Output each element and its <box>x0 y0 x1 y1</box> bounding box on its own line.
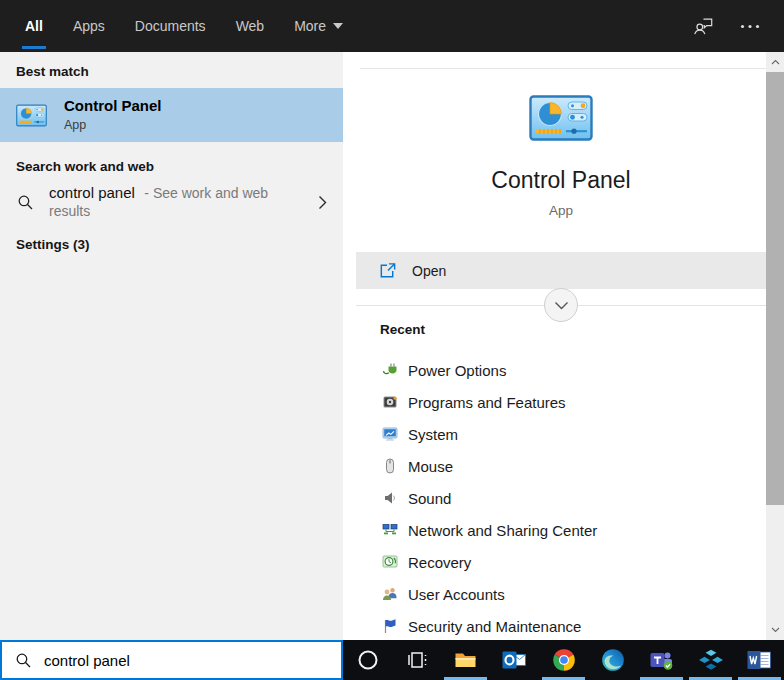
taskbar-file-explorer-button[interactable] <box>441 640 490 680</box>
scroll-down-icon[interactable] <box>766 622 784 638</box>
recent-item-label: User Accounts <box>408 586 505 603</box>
feedback-icon[interactable] <box>692 15 714 37</box>
recent-item-mouse[interactable]: Mouse <box>356 450 766 482</box>
task-view-icon <box>405 648 429 672</box>
tab-more[interactable]: More <box>279 0 358 52</box>
best-match-title: Control Panel <box>64 96 162 116</box>
recovery-icon <box>382 554 398 570</box>
chevron-down-icon <box>333 23 343 29</box>
taskbar-cortana-button[interactable] <box>343 640 392 680</box>
search-filter-bar: All Apps Documents Web More <box>0 0 784 52</box>
preview-pane: Control Panel App Open Recent <box>344 52 766 640</box>
chrome-icon <box>551 647 577 673</box>
search-icon <box>17 194 34 211</box>
taskbar-edge-button[interactable] <box>588 640 637 680</box>
recent-item-label: Power Options <box>408 362 506 379</box>
recent-item-label: Network and Sharing Center <box>408 522 597 539</box>
recent-item-system[interactable]: System <box>356 418 766 450</box>
recent-item-network-and-sharing-center[interactable]: Network and Sharing Center <box>356 514 766 546</box>
recent-item-label: System <box>408 426 458 443</box>
preview-title: Control Panel <box>356 167 766 194</box>
tab-web-label: Web <box>236 18 265 34</box>
taskbar-chrome-button[interactable] <box>539 640 588 680</box>
tab-all-label: All <box>25 18 43 34</box>
recent-item-power-options[interactable]: Power Options <box>356 354 766 386</box>
control-panel-icon <box>356 95 766 141</box>
scrollbar-thumb[interactable] <box>766 72 784 505</box>
chevron-right-icon[interactable] <box>318 195 327 210</box>
outlook-icon <box>501 648 528 672</box>
recent-item-sound[interactable]: Sound <box>356 482 766 514</box>
security-maintenance-icon <box>382 618 398 634</box>
word-icon <box>746 648 773 672</box>
open-label: Open <box>412 263 446 279</box>
results-pane: Best match Control Panel App Search work… <box>0 52 343 640</box>
tab-more-label: More <box>294 18 326 34</box>
divider <box>356 305 766 306</box>
best-match-result-control-panel[interactable]: Control Panel App <box>0 88 343 142</box>
tab-apps-label: Apps <box>73 18 105 34</box>
user-accounts-icon <box>382 586 398 602</box>
web-query-text: control panel <box>49 184 135 201</box>
topbar-actions <box>692 0 784 52</box>
network-sharing-icon <box>382 522 398 538</box>
expand-results-button[interactable] <box>544 288 578 322</box>
recent-item-label: Recovery <box>408 554 471 571</box>
taskbar-task-view-button[interactable] <box>392 640 441 680</box>
taskbar-word-button[interactable] <box>735 640 784 680</box>
open-action[interactable]: Open <box>356 252 766 289</box>
start-search-window: All Apps Documents Web More <box>0 0 784 680</box>
open-icon <box>378 261 397 280</box>
taskbar-outlook-button[interactable] <box>490 640 539 680</box>
ellipsis-icon[interactable] <box>740 24 760 29</box>
recent-item-label: Sound <box>408 490 451 507</box>
sound-icon <box>382 490 398 506</box>
system-icon <box>382 426 398 442</box>
tab-documents-label: Documents <box>135 18 206 34</box>
preview-hero: Control Panel App <box>356 68 766 218</box>
best-match-subtitle: App <box>64 117 162 134</box>
best-match-header: Best match <box>0 52 343 88</box>
recent-item-label: Programs and Features <box>408 394 566 411</box>
software-center-icon <box>698 647 724 673</box>
web-section-header: Search work and web <box>0 142 343 183</box>
preview-scrollbar[interactable] <box>766 52 784 640</box>
filter-tabs: All Apps Documents Web More <box>0 0 358 52</box>
recent-item-label: Security and Maintenance <box>408 618 581 635</box>
web-search-result[interactable]: control panel - See work and web results <box>0 183 343 221</box>
recent-item-recovery[interactable]: Recovery <box>356 546 766 578</box>
taskbar <box>0 640 784 680</box>
tab-apps[interactable]: Apps <box>58 0 120 52</box>
taskbar-software-center-button[interactable] <box>686 640 735 680</box>
taskbar-teams-button[interactable] <box>637 640 686 680</box>
tab-documents[interactable]: Documents <box>120 0 221 52</box>
recent-item-programs-and-features[interactable]: Programs and Features <box>356 386 766 418</box>
control-panel-icon <box>16 104 47 127</box>
file-explorer-icon <box>452 648 479 672</box>
recent-header: Recent <box>380 322 425 337</box>
recent-item-user-accounts[interactable]: User Accounts <box>356 578 766 610</box>
edge-icon <box>600 647 626 673</box>
scroll-up-icon[interactable] <box>766 54 784 70</box>
preview-subtitle: App <box>356 203 766 218</box>
search-icon <box>15 652 32 669</box>
taskbar-search-box[interactable] <box>0 640 343 680</box>
tab-all[interactable]: All <box>10 0 58 52</box>
recent-item-label: Mouse <box>408 458 453 475</box>
mouse-icon <box>382 458 398 474</box>
tab-web[interactable]: Web <box>221 0 280 52</box>
cortana-icon <box>356 648 380 672</box>
teams-icon <box>648 648 675 672</box>
search-input[interactable] <box>44 652 328 669</box>
settings-section-header: Settings (3) <box>0 221 343 261</box>
programs-and-features-icon <box>382 394 398 410</box>
recent-item-security-and-maintenance[interactable]: Security and Maintenance <box>356 610 766 642</box>
power-options-icon <box>382 362 398 378</box>
recent-list: Power Options Programs and Features Syst… <box>356 354 766 642</box>
